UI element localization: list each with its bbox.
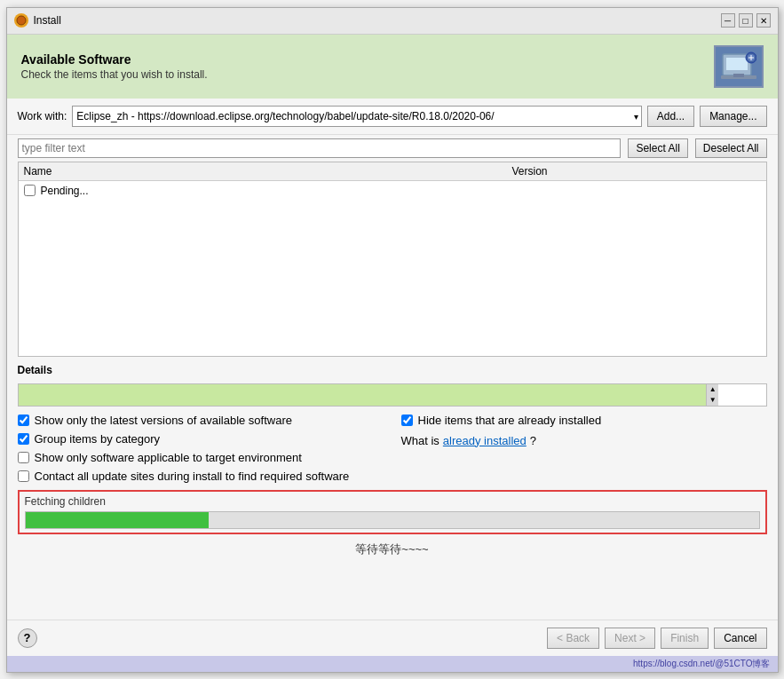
- work-with-row: Work with: Eclipse_zh - https://download…: [7, 99, 778, 135]
- option-target-env: Show only software applicable to target …: [18, 451, 384, 464]
- opt-hide-checkbox[interactable]: [401, 415, 413, 426]
- window-title: Install: [34, 14, 716, 27]
- details-label: Details: [18, 364, 767, 376]
- footer-right: < Back Next > Finish Cancel: [547, 628, 766, 649]
- opt-contact-label: Contact all update sites during install …: [35, 470, 350, 483]
- opt-target-checkbox[interactable]: [18, 452, 29, 463]
- details-bar-fill: [19, 384, 707, 406]
- maximize-button[interactable]: □: [739, 13, 753, 28]
- row-name: Pending...: [41, 185, 89, 197]
- progress-bar: [25, 511, 760, 529]
- scroll-down-button[interactable]: ▼: [707, 395, 718, 406]
- header-subtitle: Check the items that you wish to install…: [21, 68, 208, 81]
- opt-latest-checkbox[interactable]: [18, 415, 29, 426]
- table-row: Pending...: [19, 181, 766, 201]
- details-section: Details: [7, 357, 778, 383]
- minimize-button[interactable]: ─: [721, 13, 735, 28]
- opt-latest-label: Show only the latest versions of availab…: [35, 414, 293, 427]
- row-checkbox[interactable]: [24, 185, 36, 196]
- option-hide-installed: Hide items that are already installed: [401, 414, 767, 427]
- select-all-button[interactable]: Select All: [628, 138, 687, 158]
- work-with-select[interactable]: Eclipse_zh - https://download.eclipse.or…: [72, 106, 641, 127]
- what-is-suffix: ?: [530, 434, 536, 447]
- next-button[interactable]: Next >: [605, 628, 655, 649]
- options-section: Show only the latest versions of availab…: [7, 407, 778, 490]
- app-icon: [14, 13, 28, 28]
- details-bar: ▲ ▼: [18, 383, 767, 407]
- title-bar: Install ─ □ ✕: [7, 8, 778, 35]
- col-version: Version: [512, 165, 690, 178]
- deselect-all-button[interactable]: Deselect All: [695, 138, 767, 158]
- what-is-row: What is already installed ?: [401, 434, 767, 447]
- window-controls: ─ □ ✕: [721, 13, 771, 28]
- opt-hide-label: Hide items that are already installed: [418, 414, 602, 427]
- watermark: https://blog.csdn.net/@51CTO博客: [7, 656, 778, 672]
- option-contact-sites: Contact all update sites during install …: [18, 470, 384, 483]
- option-latest-versions: Show only the latest versions of availab…: [18, 414, 384, 427]
- svg-rect-4: [733, 74, 744, 77]
- header-section: Available Software Check the items that …: [7, 35, 778, 99]
- option-group-category: Group items by category: [18, 432, 384, 446]
- finish-button[interactable]: Finish: [661, 628, 709, 649]
- cancel-button[interactable]: Cancel: [714, 628, 766, 649]
- what-is-prefix: What is: [401, 434, 440, 447]
- software-table: Name Version Pending...: [18, 162, 767, 357]
- back-button[interactable]: < Back: [547, 628, 599, 649]
- filter-row: Select All Deselect All: [7, 135, 778, 162]
- help-button[interactable]: ?: [18, 628, 37, 648]
- install-dialog: Install ─ □ ✕ Available Software Check t…: [6, 7, 779, 673]
- main-content: Work with: Eclipse_zh - https://download…: [7, 99, 778, 620]
- header-title: Available Software: [21, 52, 208, 67]
- filter-input[interactable]: [18, 138, 622, 158]
- close-button[interactable]: ✕: [756, 13, 771, 28]
- add-button[interactable]: Add...: [647, 106, 694, 127]
- table-body: Pending...: [19, 181, 766, 356]
- progress-bar-fill: [26, 512, 210, 528]
- details-scrollbar: ▲ ▼: [706, 384, 718, 406]
- manage-button[interactable]: Manage...: [700, 106, 766, 127]
- fetching-label: Fetching children: [25, 495, 760, 508]
- opt-group-checkbox[interactable]: [18, 433, 29, 445]
- opt-contact-checkbox[interactable]: [18, 470, 29, 482]
- table-header: Name Version: [19, 162, 766, 181]
- opt-group-label: Group items by category: [35, 432, 161, 446]
- fetching-section: Fetching children: [18, 490, 767, 534]
- opt-target-label: Show only software applicable to target …: [35, 451, 302, 464]
- work-with-select-wrapper: Eclipse_zh - https://download.eclipse.or…: [72, 106, 641, 127]
- already-installed-link[interactable]: already installed: [443, 434, 527, 447]
- svg-rect-2: [726, 58, 748, 70]
- footer: ? < Back Next > Finish Cancel: [7, 620, 778, 656]
- work-with-label: Work with:: [18, 110, 67, 122]
- footer-left: ?: [18, 628, 37, 648]
- svg-point-0: [17, 16, 26, 25]
- scroll-up-button[interactable]: ▲: [707, 384, 718, 395]
- header-icon: [714, 45, 764, 88]
- col-name: Name: [24, 165, 512, 178]
- header-text: Available Software Check the items that …: [21, 52, 208, 81]
- waiting-text: 等待等待~~~~: [7, 534, 778, 565]
- col-extra: [690, 165, 761, 178]
